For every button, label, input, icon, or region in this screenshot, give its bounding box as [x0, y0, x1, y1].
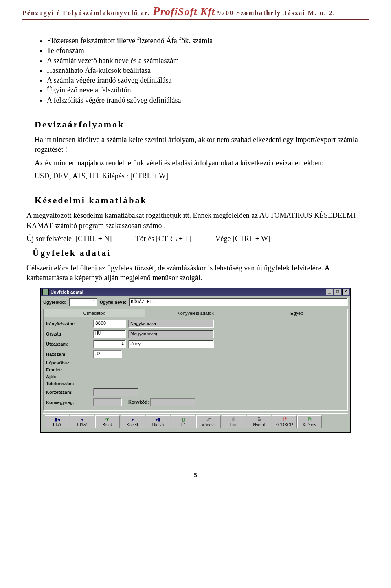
- header-left: Pénzügyi é Folyószámlakönyvelő ar.: [22, 9, 150, 16]
- paragraph: Ha itt nincsen kitöltve a számla kelte s…: [35, 135, 369, 155]
- prev-icon: ◂: [72, 417, 92, 422]
- hazszam-label: Házszám:: [46, 352, 91, 357]
- eye-icon: 👁: [97, 417, 118, 422]
- window-title: Ügyfelek adatai: [51, 290, 83, 294]
- title-bar: Ügyfelek adatai _ □ ×: [41, 288, 350, 296]
- list-item: A számlát vezető bank neve és a számlasz…: [47, 56, 369, 66]
- list-item: Használható Áfa-kulcsok beállítása: [47, 66, 369, 75]
- emelet-label: Emelet:: [46, 367, 91, 372]
- section-heading-deviza: Devizaárfolyamok: [35, 119, 369, 130]
- page-number: 5: [22, 470, 369, 479]
- konvkod-input[interactable]: [150, 398, 195, 406]
- brand-name: PProfiSoft KftrofiSoft Kft: [153, 6, 215, 18]
- bullet-list: Előzetesen felszámított illetve fizetend…: [47, 36, 369, 105]
- view-button[interactable]: 👁Betek: [95, 415, 120, 428]
- iranyitoszam-input[interactable]: 8800: [93, 320, 126, 328]
- new-button[interactable]: ▯Ú1: [171, 415, 196, 428]
- page-header: Pénzügyi é Folyószámlakönyvelő ar. PProf…: [22, 0, 369, 20]
- korzetszam-label: Körzetszám:: [46, 390, 91, 395]
- edit-button[interactable]: ..□Módosít: [196, 415, 221, 428]
- korzetszam-input[interactable]: [93, 388, 138, 396]
- tab-cimadatok[interactable]: Címadatok: [44, 309, 145, 317]
- utcaszam-no-input[interactable]: 1: [93, 340, 126, 348]
- telefonszam-label: Telefonszám:: [46, 381, 91, 386]
- ajto-label: Ajtó:: [46, 374, 91, 379]
- header-right: 9700 Szombathely Jászai M. u. 2.: [217, 9, 336, 16]
- ugyfelnev-label: Ügyfél neve:: [100, 300, 126, 305]
- maximize-button[interactable]: □: [334, 289, 341, 295]
- orszag-display: Magyarország: [128, 330, 214, 338]
- utcaszam-label: Utcaszám:: [46, 342, 91, 347]
- konvegyseg-input[interactable]: [93, 398, 122, 406]
- ugyfelkod-label: Ügyfélkód:: [43, 300, 66, 305]
- paragraph: Az év minden napjához rendelhetünk vétel…: [35, 158, 369, 168]
- tab-konyvelesi[interactable]: Könyvelési adatok: [145, 309, 246, 317]
- edit-icon: ..□: [198, 417, 219, 422]
- tab-egyeb[interactable]: Egyéb: [246, 309, 347, 317]
- section-heading-ugyfelek: Ügyfelek adatai: [33, 248, 369, 258]
- first-icon: ▮◂: [47, 417, 67, 422]
- sort-icon: 1⁹: [274, 417, 294, 422]
- print-button[interactable]: 🖶Nyomt: [247, 415, 271, 428]
- lepcsohaz-label: Lépcsőház:: [46, 360, 91, 365]
- ugyfelkod-input[interactable]: 1: [69, 298, 97, 306]
- kodsor-button[interactable]: 1⁹KODSOR: [272, 415, 297, 428]
- close-button[interactable]: ×: [342, 289, 349, 295]
- new-icon: ▯: [173, 417, 193, 422]
- list-item: A számla végére írandó szöveg definiálás…: [47, 75, 369, 85]
- window-ugyfelek: Ügyfelek adatai _ □ × Ügyfélkód: 1 Ügyfé…: [40, 288, 351, 433]
- exit-icon: ⎘: [299, 417, 320, 422]
- exit-button[interactable]: ⎘Kilépés: [297, 415, 322, 428]
- list-item: Előzetesen felszámított illetve fizetend…: [47, 36, 369, 46]
- iranyitoszam-label: Irányítószám:: [46, 321, 91, 326]
- orszag-label: Ország:: [46, 331, 91, 336]
- last-button[interactable]: ▸▮Utolsó: [146, 415, 170, 428]
- konvkod-label: Konvkód:: [128, 399, 149, 404]
- prev-button[interactable]: ◂Előző: [70, 415, 94, 428]
- record-toolbar: ▮◂Első ◂Előző 👁Betek ▸Követk ▸▮Utolsó ▯Ú…: [43, 413, 348, 430]
- paragraph: Célszerű előre feltölteni az ügyfelek tö…: [26, 263, 369, 283]
- print-icon: 🖶: [249, 417, 269, 422]
- list-item: A felszólítás végére írandó szöveg defin…: [47, 95, 369, 105]
- minimize-button[interactable]: _: [326, 289, 333, 295]
- next-button[interactable]: ▸Követk: [121, 415, 145, 428]
- paragraph: Új sor felvétele [CTRL + N] Törlés [CTRL…: [26, 234, 369, 244]
- utcanev-input[interactable]: Zrínyi: [128, 340, 214, 348]
- paragraph: USD, DEM, ATS, ITL Kilépés : [CTRL + W] …: [35, 171, 369, 181]
- paragraph: A megváltozott késedelmi kamatlábakat rö…: [26, 211, 369, 230]
- trash-icon: 🗑: [224, 417, 244, 422]
- list-item: Ügyintéző neve a felszólítón: [47, 85, 369, 95]
- next-icon: ▸: [123, 417, 143, 422]
- orszag-input[interactable]: HU: [93, 330, 126, 338]
- list-item: Telefonszám: [47, 46, 369, 55]
- hazszam-input[interactable]: 32: [93, 350, 122, 358]
- ugyfelnev-input[interactable]: KÖGÁZ Rt.: [129, 298, 348, 306]
- city-display: Nagykanizsa: [128, 320, 214, 328]
- delete-button[interactable]: 🗑Töröl: [222, 415, 246, 428]
- app-icon: [42, 289, 49, 295]
- section-heading-kesedelmi: Késedelmi kamatlábak: [35, 195, 369, 206]
- tab-panel: Címadatok Könyvelési adatok Egyéb Irányí…: [43, 309, 348, 411]
- konvegyseg-label: Konvegyseg:: [46, 400, 91, 405]
- first-button[interactable]: ▮◂Első: [45, 415, 69, 428]
- last-icon: ▸▮: [148, 417, 168, 422]
